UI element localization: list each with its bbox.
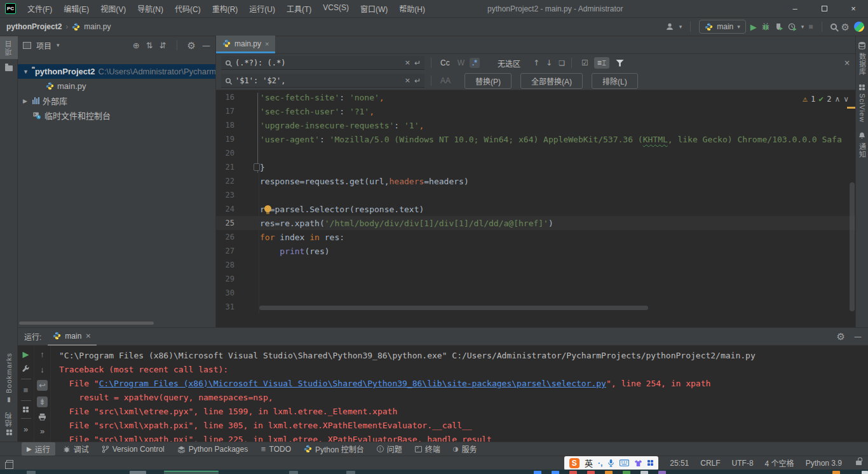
coverage-button[interactable]: [775, 22, 783, 31]
stripe-tab-project[interactable]: 项目: [0, 36, 18, 59]
indent-setting[interactable]: 4 个空格: [765, 457, 794, 468]
ime-punctuation-mode[interactable]: ·,: [598, 459, 602, 468]
tree-row-main-py[interactable]: main.py: [18, 79, 215, 93]
search-everywhere-icon[interactable]: [831, 24, 837, 30]
menu-file[interactable]: 文件(F): [22, 1, 57, 16]
new-line-icon[interactable]: ↵: [414, 58, 421, 67]
more-actions-icon[interactable]: »: [40, 426, 44, 436]
line-ending[interactable]: CRLF: [700, 459, 720, 468]
editor-vertical-scrollbar[interactable]: [850, 182, 855, 311]
menu-window[interactable]: 窗口(W): [355, 1, 393, 16]
search-in-selection-toggle[interactable]: ≡⌶: [594, 57, 609, 69]
locate-file-icon[interactable]: ⊕: [133, 41, 140, 50]
ime-language-mode[interactable]: 英: [585, 457, 593, 469]
code-line-26[interactable]: 26for index in res:: [216, 230, 855, 244]
run-button[interactable]: ▶: [750, 22, 757, 32]
taskbar-icon[interactable]: [623, 471, 630, 474]
scroll-to-end-toggle[interactable]: ⇟: [37, 396, 48, 407]
regex-toggle[interactable]: .*: [470, 58, 480, 68]
profiler-button[interactable]: [788, 22, 797, 31]
close-search-icon[interactable]: ×: [844, 58, 850, 67]
new-line-icon[interactable]: ↵: [414, 76, 421, 85]
next-occurrence-icon[interactable]: ↓: [546, 58, 552, 67]
tree-row-external-libraries[interactable]: ▶ 外部库: [18, 93, 215, 108]
panel-settings-icon[interactable]: ⚙: [187, 41, 196, 50]
taskbar-icon[interactable]: [552, 471, 559, 474]
editor-tab-main-py[interactable]: main.py ×: [216, 36, 275, 53]
filter-icon[interactable]: [616, 60, 624, 67]
debug-button[interactable]: [761, 22, 770, 31]
user-account-icon[interactable]: [665, 22, 675, 31]
inspections-widget[interactable]: ⚠ 1 ✔ 2 ∧ ∨: [803, 94, 849, 104]
select-all-occurrences-icon[interactable]: ☑: [578, 57, 592, 69]
code-line-28[interactable]: 28: [216, 258, 855, 272]
preserve-case-toggle[interactable]: AA: [438, 76, 453, 86]
taskbar-show-desktop[interactable]: [862, 471, 868, 474]
code-line-19[interactable]: 19'user-agent': 'Mozilla/5.0 (Windows NT…: [216, 132, 855, 146]
find-input[interactable]: [235, 58, 401, 67]
editor-horizontal-scrollbar[interactable]: [259, 306, 648, 310]
toolwindow-toggle-icon[interactable]: [6, 460, 13, 466]
stripe-tab-notifications[interactable]: 通知: [857, 132, 867, 158]
console-output[interactable]: "C:\Program Files (x86)\Microsoft Visual…: [51, 346, 868, 442]
skin-icon[interactable]: [634, 459, 642, 467]
chevron-expanded-icon[interactable]: ▼: [23, 69, 29, 75]
stripe-commit-icon[interactable]: [0, 62, 18, 75]
toolwindow-run[interactable]: ▶ 运行: [22, 442, 55, 456]
whole-words-toggle[interactable]: W: [455, 58, 467, 68]
code-line-16[interactable]: 16'sec-fetch-site': 'none',: [216, 90, 855, 104]
toolwindow-python-packages[interactable]: Python Packages: [172, 444, 253, 455]
breadcrumb-file[interactable]: main.py: [84, 22, 111, 31]
code-line-21[interactable]: 21}: [216, 160, 855, 174]
run-config-selector[interactable]: main ▾: [699, 20, 746, 34]
code-area[interactable]: ⚠ 1 ✔ 2 ∧ ∨ 16'sec-fetch-site': 'none',1…: [216, 90, 855, 327]
next-problem-icon[interactable]: ∨: [843, 95, 849, 104]
close-run-tab-icon[interactable]: ×: [85, 332, 91, 340]
restore-layout-icon[interactable]: [23, 407, 29, 412]
menu-refactor[interactable]: 重构(R): [207, 1, 243, 16]
rerun-button[interactable]: ▶: [23, 349, 29, 359]
stripe-tab-database[interactable]: 数据库: [857, 41, 867, 76]
replace-button[interactable]: 替换(P): [465, 73, 512, 89]
code-line-27[interactable]: 27 print(res): [216, 244, 855, 258]
taskbar-icon[interactable]: [130, 471, 146, 474]
prev-occurrence-icon[interactable]: ↑: [533, 58, 539, 67]
more-actions-icon[interactable]: »: [24, 424, 28, 434]
prev-problem-icon[interactable]: ∧: [834, 95, 840, 104]
taskbar-active-app[interactable]: [164, 471, 219, 474]
project-panel-title[interactable]: 项目: [36, 40, 51, 51]
intention-bulb-icon[interactable]: [264, 205, 271, 212]
toolwindow-todo[interactable]: ≣ TODO: [255, 444, 296, 455]
menu-help[interactable]: 帮助(H): [394, 1, 430, 16]
keyboard-icon[interactable]: [620, 459, 629, 466]
code-line-23[interactable]: 23: [216, 188, 855, 202]
close-tab-icon[interactable]: ×: [265, 40, 269, 48]
interpreter[interactable]: Python 3.9: [806, 459, 842, 468]
code-line-29[interactable]: 29: [216, 272, 855, 286]
code-line-24[interactable]: 24re=parsel.Selector(response.text): [216, 202, 855, 216]
toolwindow-python-console[interactable]: Python 控制台: [299, 442, 369, 456]
console-file-link[interactable]: C:\Program Files (x86)\Microsoft Visual …: [99, 379, 606, 388]
open-in-find-window-icon[interactable]: ❏: [559, 59, 565, 67]
taskbar-icon[interactable]: [658, 471, 666, 474]
scroll-down-icon[interactable]: ↓: [40, 365, 44, 374]
menu-edit[interactable]: 编辑(E): [58, 1, 94, 16]
collapse-all-icon[interactable]: ⇵: [159, 41, 166, 50]
toolwindow-terminal[interactable]: 终端: [410, 442, 445, 456]
readonly-lock-icon[interactable]: [856, 461, 862, 465]
run-settings-gear-icon[interactable]: ⚙: [837, 332, 845, 341]
edit-config-wrench-icon[interactable]: [22, 365, 30, 373]
code-line-18[interactable]: 18'upgrade-insecure-requests': '1',: [216, 118, 855, 132]
input-method-widget[interactable]: S 英 ·,: [564, 456, 658, 470]
hide-run-panel-icon[interactable]: —: [854, 332, 862, 341]
encoding[interactable]: UTF-8: [732, 459, 754, 468]
fold-marker-icon[interactable]: [254, 163, 260, 171]
tree-row-scratches[interactable]: 临时文件和控制台: [18, 108, 215, 123]
match-case-toggle[interactable]: Cc: [438, 58, 452, 68]
code-line-22[interactable]: 22response=requests.get(url,headers=head…: [216, 174, 855, 188]
menu-tools[interactable]: 工具(T): [281, 1, 316, 16]
menu-code[interactable]: 代码(C): [170, 1, 206, 16]
code-line-17[interactable]: 17'sec-fetch-user': '?1',: [216, 104, 855, 118]
taskbar-icon[interactable]: [27, 471, 36, 474]
ide-feature-icon[interactable]: [854, 22, 864, 32]
